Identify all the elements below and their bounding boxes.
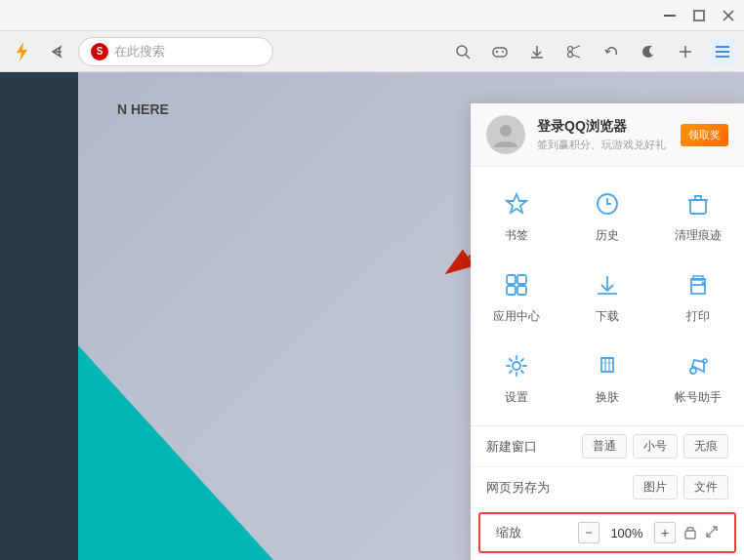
close-button[interactable] — [721, 8, 736, 23]
appcenter-icon — [499, 267, 534, 302]
svg-rect-32 — [691, 285, 705, 294]
svg-point-35 — [513, 362, 520, 370]
svg-rect-28 — [517, 275, 526, 284]
zoom-expand-icon[interactable] — [705, 525, 719, 541]
share-icon[interactable] — [43, 38, 70, 65]
menu-item-download[interactable]: 下载 — [561, 256, 652, 337]
undo-icon[interactable] — [598, 38, 625, 65]
svg-rect-29 — [507, 286, 516, 295]
dropdown-menu: 登录QQ浏览器 签到赢积分、玩游戏兑好礼 领取奖 书签 — [471, 103, 744, 560]
nav-bar: S 在此搜索 — [0, 31, 744, 72]
new-window-label: 新建窗口 — [486, 438, 545, 456]
save-file-button[interactable]: 文件 — [683, 475, 728, 500]
small-window-button[interactable]: 小号 — [633, 434, 678, 459]
svg-rect-26 — [690, 200, 706, 214]
title-bar — [0, 0, 744, 31]
search-icon[interactable] — [449, 38, 476, 65]
svg-line-15 — [572, 55, 580, 58]
new-window-options: 普通 小号 无痕 — [582, 434, 728, 459]
zoom-value: 100% — [607, 526, 646, 540]
svg-rect-30 — [517, 286, 526, 295]
menu-item-skin[interactable]: 换肤 — [561, 337, 652, 418]
svg-rect-7 — [493, 48, 507, 57]
normal-window-button[interactable]: 普通 — [582, 434, 627, 459]
clear-label: 清理痕迹 — [675, 227, 722, 244]
save-image-button[interactable]: 图片 — [633, 475, 678, 500]
history-icon — [590, 186, 625, 221]
menu-grid: 书签 历史 清理痕迹 — [471, 167, 744, 426]
menu-item-bookmarks[interactable]: 书签 — [471, 175, 561, 256]
settings-icon — [499, 348, 534, 383]
svg-point-38 — [703, 359, 707, 363]
svg-rect-33 — [693, 276, 703, 280]
search-bar[interactable]: S 在此搜索 — [78, 37, 273, 66]
gamepad-icon[interactable] — [486, 38, 514, 65]
svg-point-13 — [568, 52, 573, 57]
account-label: 帐号助手 — [675, 389, 722, 406]
settings-label: 设置 — [505, 389, 528, 406]
svg-point-34 — [702, 282, 705, 285]
profile-info: 登录QQ浏览器 签到赢积分、玩游戏兑好礼 — [537, 118, 669, 152]
profile-section[interactable]: 登录QQ浏览器 签到赢积分、玩游戏兑好礼 领取奖 — [471, 103, 744, 167]
svg-rect-27 — [507, 275, 516, 284]
svg-rect-0 — [664, 15, 676, 17]
account-icon — [681, 348, 716, 383]
search-logo: S — [91, 43, 108, 60]
download-label: 下载 — [596, 308, 619, 325]
download-menu-icon — [590, 267, 625, 302]
svg-point-23 — [500, 125, 512, 137]
flash-icon[interactable] — [8, 38, 35, 65]
moon-icon[interactable] — [635, 38, 662, 65]
zoom-lock-icon[interactable] — [683, 524, 697, 542]
zoom-row: 缩放 － 100% + — [478, 512, 736, 553]
history-label: 历史 — [596, 227, 619, 244]
content-area: N HERE › Aint 登录QQ浏览器 签到赢积分、玩游戏兑好 — [0, 72, 744, 560]
menu-item-appcenter[interactable]: 应用中心 — [471, 256, 561, 337]
svg-marker-24 — [507, 194, 526, 213]
svg-point-37 — [690, 368, 696, 374]
search-placeholder: 在此搜索 — [114, 43, 165, 60]
avatar — [486, 115, 525, 154]
profile-reward-button[interactable]: 领取奖 — [681, 124, 728, 146]
nav-right-icons — [449, 38, 736, 65]
save-page-row: 网页另存为 图片 文件 — [471, 467, 744, 508]
save-page-options: 图片 文件 — [633, 475, 728, 500]
svg-line-6 — [466, 55, 470, 59]
clear-icon — [681, 186, 716, 221]
menu-item-history[interactable]: 历史 — [561, 175, 652, 256]
page-text: N HERE — [117, 101, 169, 117]
svg-rect-36 — [601, 362, 613, 364]
zoom-in-button[interactable]: + — [654, 522, 676, 543]
skin-icon — [590, 348, 625, 383]
incognito-window-button[interactable]: 无痕 — [683, 434, 728, 459]
bookmarks-label: 书签 — [505, 227, 528, 244]
download-icon[interactable] — [523, 38, 551, 65]
zoom-out-button[interactable]: － — [578, 522, 599, 543]
plus-icon[interactable] — [672, 38, 699, 65]
profile-sub-text: 签到赢积分、玩游戏兑好礼 — [537, 138, 669, 152]
skin-label: 换肤 — [596, 389, 619, 406]
appcenter-label: 应用中心 — [493, 308, 540, 325]
menu-item-settings[interactable]: 设置 — [471, 337, 561, 418]
restore-button[interactable] — [691, 8, 707, 23]
menu-item-clear[interactable]: 清理痕迹 — [653, 175, 744, 256]
title-bar-controls — [662, 8, 736, 23]
minimize-button[interactable] — [662, 8, 678, 23]
profile-login-text: 登录QQ浏览器 — [537, 118, 669, 136]
svg-rect-39 — [685, 531, 695, 539]
menu-item-print[interactable]: 打印 — [653, 256, 744, 337]
zoom-label: 缩放 — [496, 524, 578, 541]
menu-item-account[interactable]: 帐号助手 — [653, 337, 744, 418]
svg-line-14 — [572, 46, 580, 49]
left-panel — [0, 72, 78, 560]
bookmarks-icon — [499, 186, 534, 221]
svg-point-12 — [568, 46, 573, 51]
print-label: 打印 — [686, 308, 710, 325]
svg-point-10 — [502, 51, 504, 53]
teal-triangle — [78, 345, 273, 560]
scissors-icon[interactable] — [560, 38, 588, 65]
svg-point-5 — [457, 46, 467, 56]
save-page-label: 网页另存为 — [486, 479, 550, 497]
menu-button[interactable] — [709, 38, 736, 65]
svg-rect-1 — [694, 11, 704, 20]
